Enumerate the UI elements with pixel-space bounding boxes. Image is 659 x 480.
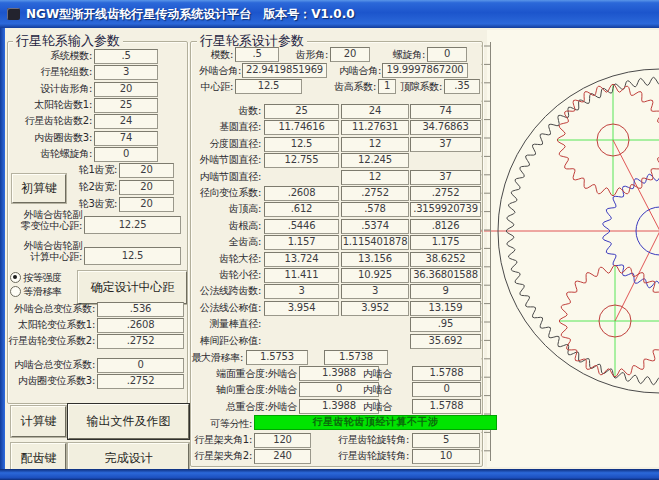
table-cell[interactable]: 3.954	[264, 301, 339, 316]
table-cell[interactable]: .95	[410, 317, 481, 332]
ext-mesh-angle-field[interactable]: 22.9419851969	[242, 63, 327, 78]
max-slip-label: 最大滑移率:	[179, 352, 243, 364]
init-calc-button[interactable]: 初算键	[12, 174, 66, 203]
title-bar[interactable]: NGW型渐开线齿轮行星传动系统设计平台 版本号：V1.0.0	[0, 0, 659, 28]
table-cell[interactable]: 3.952	[341, 301, 409, 316]
planet-rotation-field[interactable]: 5	[412, 433, 480, 448]
strength-radio-2[interactable]	[10, 286, 21, 297]
width-field[interactable]: 20	[119, 180, 174, 195]
table-cell[interactable]: 3	[264, 284, 339, 299]
table-cell[interactable]: .612	[264, 202, 339, 217]
param-field[interactable]: 25	[94, 98, 158, 113]
table-cell[interactable]: 25	[264, 104, 339, 119]
max-slip-field-1[interactable]: 1.5753	[246, 350, 308, 365]
overlap-label-int: 内啮合	[363, 384, 399, 396]
module-field[interactable]: .5	[235, 47, 279, 62]
table-cell[interactable]: 13.159	[410, 301, 481, 316]
int-mesh-angle-field[interactable]: 19.9997867200	[382, 63, 468, 78]
table-cell[interactable]: 12.245	[341, 153, 409, 168]
output-file-plot-button[interactable]: 输出文件及作图	[68, 404, 189, 439]
carrier-angle-field[interactable]: 120	[254, 433, 311, 448]
ext-coef-field[interactable]: .2752	[97, 334, 184, 349]
table-cell[interactable]: 1.115401878	[341, 235, 409, 250]
table-cell[interactable]: 12.755	[264, 153, 339, 168]
table-cell[interactable]: .3159920739	[410, 202, 481, 217]
table-cell[interactable]: 36.36801588	[410, 268, 481, 283]
table-cell[interactable]: .5374	[341, 219, 409, 234]
calc-center-field[interactable]: 12.5	[84, 247, 181, 265]
helix-angle-field[interactable]: 0	[427, 47, 467, 62]
table-cell[interactable]: 12	[341, 137, 409, 152]
divisibility-status: 行星齿轮齿顶经计算不干涉	[254, 415, 497, 430]
table-row-label: 齿轮小径:	[187, 269, 261, 281]
int-coef-field[interactable]: .2752	[97, 374, 184, 389]
table-cell[interactable]: 34.76863	[410, 120, 481, 135]
table-row-label: 公法线公称值:	[187, 302, 261, 314]
width-field[interactable]: 20	[119, 163, 174, 178]
param-field[interactable]: 74	[94, 131, 158, 146]
carrier-angle-field[interactable]: 240	[254, 449, 311, 464]
overlap-label: 轴向重合度:外啮合	[193, 384, 297, 396]
table-row-label: 齿数:	[187, 105, 261, 117]
ext-coef-field[interactable]: .2608	[97, 318, 184, 333]
overlap-field-int[interactable]: 1.5788	[412, 399, 481, 414]
int-coef-field[interactable]: 0	[97, 358, 184, 373]
calculate-button[interactable]: 计算键	[11, 406, 66, 437]
table-row-label: 公法线跨齿数:	[187, 285, 261, 297]
confirm-center-button[interactable]: 确定设计中心距	[78, 271, 187, 304]
table-cell[interactable]: 11.27631	[341, 120, 409, 135]
table-cell[interactable]: 12	[341, 170, 409, 185]
table-cell[interactable]: .2608	[264, 186, 339, 201]
table-cell[interactable]: .2752	[410, 186, 481, 201]
table-cell[interactable]: 13.156	[341, 252, 409, 267]
table-row-label: 分度圆直径:	[187, 138, 261, 150]
pressure-angle-label: 齿形角:	[285, 49, 328, 61]
int-coef-label: 内齿圈变位系数3:	[0, 375, 95, 387]
param-field[interactable]: 20	[94, 82, 158, 97]
table-cell[interactable]: .8126	[410, 219, 481, 234]
table-row-label: 外啮节圆直径:	[187, 154, 261, 166]
table-cell[interactable]: 11.411	[264, 268, 339, 283]
max-slip-field-2[interactable]: 1.5738	[324, 350, 388, 365]
param-field[interactable]: 24	[94, 114, 158, 129]
table-cell[interactable]: 1.157	[264, 235, 339, 250]
table-cell[interactable]: 38.6252	[410, 252, 481, 267]
window-border-bottom	[0, 469, 659, 480]
table-cell[interactable]: .578	[341, 202, 409, 217]
helix-angle-label: 螺旋角:	[382, 49, 425, 61]
table-cell[interactable]: 24	[341, 104, 409, 119]
ext-coef-field[interactable]: .536	[97, 302, 184, 317]
pressure-angle-field[interactable]: 20	[330, 47, 370, 62]
param-field[interactable]: 0	[94, 147, 158, 162]
width-field[interactable]: 20	[119, 197, 174, 212]
carrier-angle-label: 行星架夹角2:	[178, 450, 252, 462]
table-cell[interactable]: .2752	[341, 186, 409, 201]
param-field[interactable]: .5	[94, 49, 158, 64]
app-window: NGW型渐开线齿轮行星传动系统设计平台 版本号：V1.0.0 行星轮系输入参数 …	[0, 0, 659, 480]
overlap-field-int[interactable]: 1.5788	[412, 366, 481, 381]
table-cell[interactable]: 37	[410, 137, 481, 152]
planet-rotation-field[interactable]: 10	[412, 449, 480, 464]
zero-center-field[interactable]: 12.25	[84, 216, 181, 234]
table-row-label: 全齿高:	[187, 236, 261, 248]
table-cell[interactable]: 10.925	[341, 268, 409, 283]
table-cell[interactable]: 11.74616	[264, 120, 339, 135]
table-cell[interactable]: 37	[410, 170, 481, 185]
table-cell[interactable]: 35.692	[410, 334, 481, 349]
table-cell[interactable]: 9	[410, 284, 481, 299]
table-cell[interactable]: 3	[341, 284, 409, 299]
table-cell[interactable]: 12.5	[264, 137, 339, 152]
center-distance-field[interactable]: 12.5	[235, 79, 302, 94]
strength-radio-label: 等滑移率	[23, 286, 83, 298]
table-cell[interactable]: .5446	[264, 219, 339, 234]
input-panel-title: 行星轮系输入参数	[13, 34, 123, 48]
overlap-label: 端面重合度:外啮合	[193, 368, 297, 380]
table-cell[interactable]: 1.175	[410, 235, 481, 250]
strength-radio-1[interactable]	[10, 272, 21, 283]
clearance-coef-field[interactable]: .35	[444, 79, 480, 94]
addendum-coef-field[interactable]: 1	[378, 79, 396, 94]
table-cell[interactable]: 74	[410, 104, 481, 119]
param-field[interactable]: 3	[94, 65, 158, 80]
table-cell[interactable]: 13.724	[264, 252, 339, 267]
overlap-field-int[interactable]: 0	[412, 382, 481, 397]
